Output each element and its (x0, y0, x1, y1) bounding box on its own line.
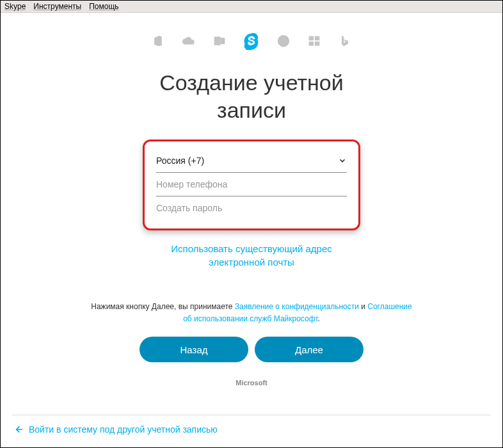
menu-skype[interactable]: Skype (4, 2, 26, 11)
password-input[interactable]: Создать пароль (156, 196, 347, 220)
menubar: Skype Инструменты Помощь (1, 1, 502, 13)
microsoft-brand-footer: Microsoft (13, 374, 490, 396)
svg-rect-3 (309, 36, 314, 41)
svg-rect-6 (315, 42, 320, 46)
svg-rect-4 (315, 36, 320, 41)
terms-text: Нажимая кнопку Далее, вы принимаете Заяв… (13, 275, 490, 334)
page-title: Создание учетной записи (13, 56, 490, 140)
menu-tools[interactable]: Инструменты (33, 2, 81, 11)
windows-icon (307, 33, 322, 49)
phone-input[interactable]: Номер телефона (156, 173, 347, 196)
country-code-value: Россия (+7) (156, 156, 204, 166)
password-placeholder: Создать пароль (156, 203, 222, 213)
privacy-link[interactable]: Заявление о конфиденциальности (235, 302, 359, 311)
back-button[interactable]: Назад (140, 337, 248, 362)
phone-placeholder: Номер телефона (156, 179, 227, 189)
onedrive-icon (181, 33, 196, 49)
country-code-select[interactable]: Россия (+7) (156, 149, 347, 173)
office-icon (150, 33, 166, 49)
use-existing-email-link[interactable]: Использовать существующий адрес электрон… (13, 230, 490, 275)
svg-point-2 (278, 35, 289, 47)
next-button[interactable]: Далее (255, 337, 363, 362)
content-area: Создание учетной записи Россия (+7) Номе… (1, 13, 502, 415)
menu-help[interactable]: Помощь (89, 2, 118, 11)
svg-rect-1 (221, 38, 225, 44)
svg-rect-5 (309, 42, 314, 46)
sign-in-other-account-link[interactable]: Войти в систему под другой учетной запис… (1, 415, 502, 444)
bing-icon (337, 33, 353, 49)
chevron-down-icon (338, 156, 347, 165)
svg-rect-0 (214, 36, 221, 45)
button-row: Назад Далее (13, 334, 490, 374)
signup-form-highlight: Россия (+7) Номер телефона Создать парол… (143, 140, 360, 230)
xbox-icon (276, 33, 291, 49)
brand-icon-row (13, 13, 490, 56)
skype-icon (243, 32, 260, 50)
arrow-left-icon (13, 424, 24, 435)
outlook-icon (212, 33, 227, 49)
